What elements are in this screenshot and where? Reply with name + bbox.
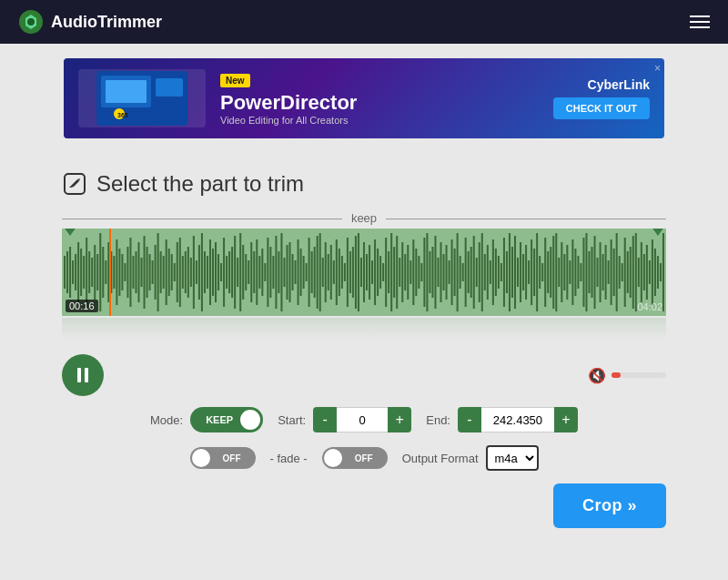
svg-rect-201 xyxy=(592,247,593,298)
svg-rect-64 xyxy=(215,242,217,302)
svg-rect-148 xyxy=(446,245,448,300)
svg-rect-157 xyxy=(470,247,472,298)
toggle-knob-2 xyxy=(324,449,342,467)
svg-rect-123 xyxy=(377,249,379,296)
svg-text:365: 365 xyxy=(117,112,128,118)
svg-rect-124 xyxy=(379,256,381,289)
svg-rect-33 xyxy=(129,238,131,307)
handle-left[interactable] xyxy=(62,229,79,236)
pause-bar-1 xyxy=(77,368,81,382)
volume-fill xyxy=(612,372,621,378)
svg-rect-213 xyxy=(624,238,626,307)
svg-rect-198 xyxy=(582,238,584,307)
start-input[interactable] xyxy=(337,407,388,432)
svg-rect-224 xyxy=(654,249,656,296)
svg-rect-144 xyxy=(434,236,436,309)
svg-rect-220 xyxy=(643,254,645,290)
output-format-select[interactable]: m4a mp3 wav ogg flac xyxy=(486,445,539,471)
fade-toggle-2[interactable]: OFF xyxy=(322,447,388,469)
svg-rect-71 xyxy=(234,236,236,309)
svg-rect-52 xyxy=(182,256,184,289)
mode-label: Mode: xyxy=(150,413,183,427)
output-format-group: Output Format m4a mp3 wav ogg flac xyxy=(402,445,539,471)
handle-right[interactable] xyxy=(649,229,666,236)
svg-rect-146 xyxy=(440,242,442,302)
svg-rect-56 xyxy=(193,236,195,309)
mode-toggle-text: KEEP xyxy=(193,414,240,425)
end-minus-button[interactable]: - xyxy=(458,407,481,432)
waveform-svg xyxy=(62,229,666,316)
crop-button[interactable]: Crop » xyxy=(553,483,666,528)
svg-rect-205 xyxy=(602,254,604,290)
ad-new-badge: New xyxy=(220,74,250,87)
svg-rect-171 xyxy=(509,233,511,311)
svg-rect-133 xyxy=(404,254,406,290)
svg-rect-22 xyxy=(99,233,101,311)
svg-rect-70 xyxy=(231,247,233,298)
svg-rect-203 xyxy=(597,258,599,287)
svg-rect-28 xyxy=(116,239,117,305)
output-format-label: Output Format xyxy=(402,452,479,465)
svg-rect-63 xyxy=(212,249,214,296)
play-pause-button[interactable] xyxy=(62,354,104,396)
playhead[interactable] xyxy=(109,229,111,316)
svg-rect-113 xyxy=(349,251,351,293)
svg-rect-174 xyxy=(517,258,519,287)
svg-rect-175 xyxy=(520,242,521,302)
ad-brand: CyberLink xyxy=(588,77,650,92)
svg-rect-180 xyxy=(533,249,535,296)
svg-rect-77 xyxy=(250,242,252,302)
svg-rect-19 xyxy=(91,258,93,287)
volume-bar[interactable] xyxy=(612,372,666,378)
svg-rect-76 xyxy=(248,260,249,284)
volume-icon: 🔇 xyxy=(588,367,606,384)
mode-toggle[interactable]: KEEP xyxy=(190,407,263,432)
start-plus-button[interactable]: + xyxy=(388,407,411,432)
svg-rect-111 xyxy=(344,263,346,281)
svg-rect-166 xyxy=(495,249,497,296)
svg-rect-9 xyxy=(64,256,66,289)
svg-rect-145 xyxy=(437,258,439,287)
svg-rect-202 xyxy=(594,236,596,309)
svg-rect-207 xyxy=(608,260,610,284)
ad-close-button[interactable]: × xyxy=(654,62,661,75)
keep-label-row: keep xyxy=(62,211,666,225)
end-plus-button[interactable]: + xyxy=(554,407,578,432)
svg-rect-208 xyxy=(611,239,612,305)
svg-rect-162 xyxy=(484,254,486,290)
start-minus-button[interactable]: - xyxy=(313,407,337,432)
header: AudioTrimmer xyxy=(0,0,728,44)
svg-rect-186 xyxy=(550,247,551,298)
svg-rect-169 xyxy=(503,238,505,307)
menu-button[interactable] xyxy=(690,15,710,28)
svg-rect-121 xyxy=(371,260,373,284)
waveform-container[interactable]: 00:16 04:02 xyxy=(62,229,666,316)
svg-rect-104 xyxy=(325,242,327,302)
svg-rect-97 xyxy=(306,263,308,281)
start-number-group: - + xyxy=(313,407,411,432)
svg-rect-218 xyxy=(638,258,640,287)
svg-rect-115 xyxy=(355,236,357,309)
svg-rect-75 xyxy=(245,254,247,290)
svg-rect-11 xyxy=(69,247,71,298)
svg-rect-50 xyxy=(177,242,178,302)
svg-rect-196 xyxy=(577,256,579,289)
svg-rect-164 xyxy=(490,260,491,284)
svg-rect-43 xyxy=(157,233,159,311)
ad-right: CyberLink CHECK IT OUT xyxy=(553,77,650,119)
svg-rect-47 xyxy=(168,249,170,296)
end-input[interactable] xyxy=(481,407,554,432)
svg-rect-35 xyxy=(135,251,136,293)
svg-rect-139 xyxy=(420,263,422,281)
svg-rect-15 xyxy=(80,249,82,296)
svg-rect-21 xyxy=(96,254,98,290)
ad-cta-button[interactable]: CHECK IT OUT xyxy=(553,97,650,119)
svg-rect-101 xyxy=(317,236,318,309)
fade-toggle-1[interactable]: OFF xyxy=(190,447,256,469)
svg-rect-206 xyxy=(605,245,607,300)
svg-rect-61 xyxy=(207,256,208,289)
svg-rect-68 xyxy=(226,256,228,289)
svg-rect-105 xyxy=(328,254,329,290)
svg-rect-187 xyxy=(552,236,554,309)
svg-rect-219 xyxy=(641,242,642,302)
